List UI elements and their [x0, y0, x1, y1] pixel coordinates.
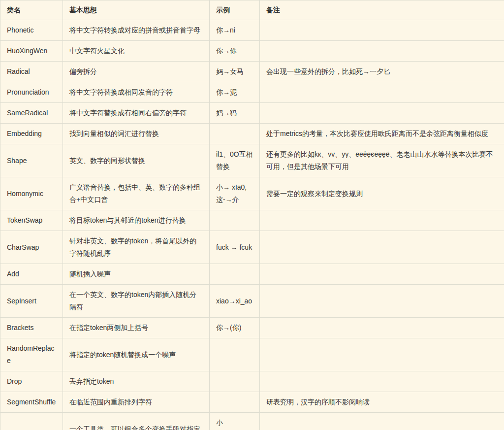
table-row: Brackets在指定token两侧加上括号你→(你): [0, 318, 504, 338]
cell-idea: 针对非英文、数字的token，将首尾以外的字符随机乱序: [63, 231, 210, 264]
cell-class-name: SepInsert: [0, 285, 63, 318]
cell-idea: 中文字符火星文化: [63, 41, 210, 62]
cell-class-name: SegmentShuffle: [0, 392, 63, 413]
cell-class-name: Add: [0, 264, 63, 285]
cell-example: [210, 124, 260, 144]
cell-example: [210, 392, 260, 413]
cell-class-name: Radical: [0, 62, 63, 82]
cell-example: xiao→xi_ao: [210, 285, 260, 318]
cell-class-name: Phonetic: [0, 20, 63, 41]
column-header-note: 备注: [260, 0, 504, 20]
cell-class-name: Pronunciation: [0, 82, 63, 103]
cell-idea: 将中文字符替换成有相同右偏旁的字符: [63, 103, 210, 124]
table-body: Phonetic将中文字符转换成对应的拼音或拼音首字母你→niHuoXingWe…: [0, 20, 504, 430]
cell-example: [210, 338, 260, 371]
cell-idea: 找到向量相似的词汇进行替换: [63, 124, 210, 144]
cell-note: [260, 338, 504, 371]
table-row: SepInsert在一个英文、数字的token内部插入随机分隔符xiao→xi_…: [0, 285, 504, 318]
cell-idea: 广义谐音替换，包括中、英、数字的多种组合+中文口音: [63, 177, 210, 210]
cell-example: [210, 371, 260, 392]
cell-example: 你→泥: [210, 82, 260, 103]
cell-idea: 一个工具类，可以组合多个变换手段对指定token依次变换: [63, 413, 210, 430]
column-header-example: 示例: [210, 0, 260, 20]
cell-class-name: Sequential: [0, 413, 63, 430]
cell-class-name: Homonymic: [0, 177, 63, 210]
table-row: HuoXingWen中文字符火星文化你→伱: [0, 41, 504, 62]
table-row: SegmentShuffle在临近范围内重新排列字符研表究明，汉字的序顺不影阅响…: [0, 392, 504, 413]
cell-note: [260, 82, 504, 103]
cell-example: il1、0O互相替换: [210, 144, 260, 177]
cell-example: [210, 210, 260, 231]
table-row: Pronunciation将中文字符替换成相同发音的字符你→泥: [0, 82, 504, 103]
cell-class-name: SameRadical: [0, 103, 63, 124]
cell-example: [210, 264, 260, 285]
cell-example: 你→(你): [210, 318, 260, 338]
header-row: 类名 基本思想 示例 备注: [0, 0, 504, 20]
cell-note: [260, 103, 504, 124]
table-row: Phonetic将中文字符转换成对应的拼音或拼音首字母你→ni: [0, 20, 504, 41]
cell-idea: 丢弃指定token: [63, 371, 210, 392]
cell-note: 处于metrics的考量，本次比赛应使用欧氏距离而不是余弦距离衡量相似度: [260, 124, 504, 144]
cell-note: [260, 20, 504, 41]
table-row: Homonymic广义谐音替换，包括中、英、数字的多种组合+中文口音小→ xIa…: [0, 177, 504, 210]
cell-class-name: RandomReplace: [0, 338, 63, 371]
table-row: TokenSwap将目标token与其邻近的token进行替换: [0, 210, 504, 231]
cell-note: [260, 371, 504, 392]
cell-idea: 在一个英文、数字的token内部插入随机分隔符: [63, 285, 210, 318]
cell-note: 会出现一些意外的拆分，比如死→一夕匕: [260, 62, 504, 82]
cell-class-name: Embedding: [0, 124, 63, 144]
cell-class-name: HuoXingWen: [0, 41, 63, 62]
cell-idea: 在临近范围内重新排列字符: [63, 392, 210, 413]
cell-class-name: CharSwap: [0, 231, 63, 264]
cell-idea: 将中文字符替换成相同发音的字符: [63, 82, 210, 103]
cell-note: [260, 210, 504, 231]
table-row: Drop丢弃指定token: [0, 371, 504, 392]
cell-note: [260, 318, 504, 338]
cell-example: 小 →xiao→xIa0: [210, 413, 260, 430]
column-header-idea: 基本思想: [63, 0, 210, 20]
cell-note: [260, 264, 504, 285]
cell-note: [260, 413, 504, 430]
cell-example: 你→伱: [210, 41, 260, 62]
cell-example: 妈→犸: [210, 103, 260, 124]
cell-idea: 随机插入噪声: [63, 264, 210, 285]
cell-idea: 将中文字符转换成对应的拼音或拼音首字母: [63, 20, 210, 41]
cell-note: 需要一定的观察来制定变换规则: [260, 177, 504, 210]
cell-note: 还有更多的比如kк、vv、yγ、eeėęєēęęë、老老山山水水等替换本次比赛不…: [260, 144, 504, 177]
table-row: Embedding找到向量相似的词汇进行替换处于metrics的考量，本次比赛应…: [0, 124, 504, 144]
transforms-table: 类名 基本思想 示例 备注 Phonetic将中文字符转换成对应的拼音或拼音首字…: [0, 0, 504, 430]
cell-note: [260, 285, 504, 318]
cell-example: fuck → fcuk: [210, 231, 260, 264]
cell-example: 你→ni: [210, 20, 260, 41]
table-row: Add随机插入噪声: [0, 264, 504, 285]
cell-class-name: Drop: [0, 371, 63, 392]
cell-class-name: Brackets: [0, 318, 63, 338]
cell-idea: 英文、数字的同形状替换: [63, 144, 210, 177]
column-header-class-name: 类名: [0, 0, 63, 20]
cell-class-name: TokenSwap: [0, 210, 63, 231]
table-header: 类名 基本思想 示例 备注: [0, 0, 504, 20]
cell-note: 研表究明，汉字的序顺不影阅响读: [260, 392, 504, 413]
table-row: Sequential一个工具类，可以组合多个变换手段对指定token依次变换小 …: [0, 413, 504, 430]
cell-idea: 偏旁拆分: [63, 62, 210, 82]
table-row: Shape英文、数字的同形状替换il1、0O互相替换还有更多的比如kк、vv、y…: [0, 144, 504, 177]
cell-idea: 将指定的token随机替换成一个噪声: [63, 338, 210, 371]
cell-example: 妈→女马: [210, 62, 260, 82]
table-row: Radical偏旁拆分妈→女马会出现一些意外的拆分，比如死→一夕匕: [0, 62, 504, 82]
cell-note: [260, 41, 504, 62]
table-row: SameRadical将中文字符替换成有相同右偏旁的字符妈→犸: [0, 103, 504, 124]
cell-idea: 在指定token两侧加上括号: [63, 318, 210, 338]
cell-example: 小→ xIa0, 这-→介: [210, 177, 260, 210]
cell-class-name: Shape: [0, 144, 63, 177]
table-row: CharSwap针对非英文、数字的token，将首尾以外的字符随机乱序fuck …: [0, 231, 504, 264]
transforms-table-container: 类名 基本思想 示例 备注 Phonetic将中文字符转换成对应的拼音或拼音首字…: [0, 0, 504, 430]
table-row: RandomReplace将指定的token随机替换成一个噪声: [0, 338, 504, 371]
cell-idea: 将目标token与其邻近的token进行替换: [63, 210, 210, 231]
cell-note: [260, 231, 504, 264]
